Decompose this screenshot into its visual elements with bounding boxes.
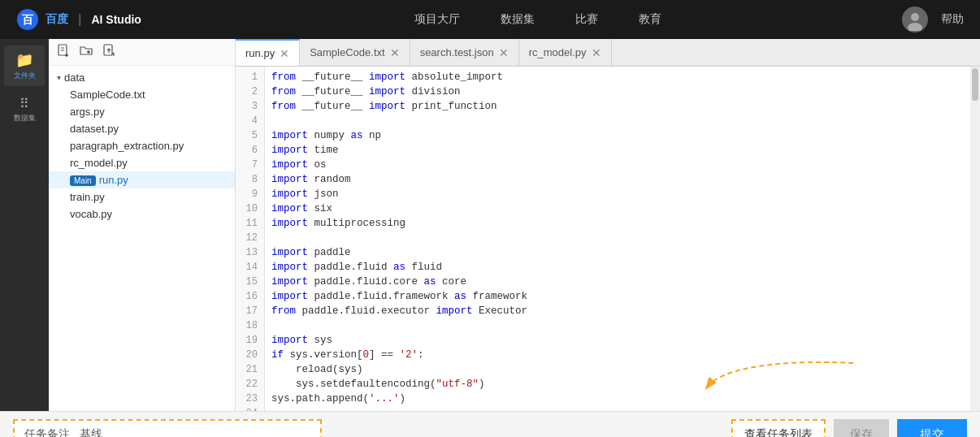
tab-run-py[interactable]: run.py ✕: [236, 39, 300, 66]
nav-right: 帮助: [902, 6, 964, 32]
list-item[interactable]: SampleCode.txt: [49, 86, 235, 103]
view-tasks-label: 查看任务列表: [744, 427, 813, 437]
submit-button[interactable]: 提交: [897, 419, 967, 437]
avatar[interactable]: [902, 6, 928, 32]
scrollbar[interactable]: [970, 67, 980, 411]
scroll-thumb: [972, 68, 978, 101]
action-row: 任务备注 基线 查看任务列表 保存 提交: [0, 412, 980, 437]
folder-icon: 📁: [15, 51, 33, 69]
tab-samplecode[interactable]: SampleCode.txt ✕: [300, 39, 410, 66]
sidebar-label-files: 文件夹: [14, 71, 36, 81]
bottom-action-bar: 任务备注 基线 查看任务列表 保存 提交: [0, 411, 980, 437]
sidebar: 📁 文件夹 ⠿ 数据集: [0, 39, 49, 411]
code-content: 12345 678910 1112131415 1617181920 21222…: [236, 67, 980, 411]
close-icon[interactable]: ✕: [592, 47, 601, 58]
sidebar-item-datasets[interactable]: ⠿ 数据集: [4, 89, 45, 130]
tab-label: rc_model.py: [529, 46, 587, 58]
list-item[interactable]: args.py: [49, 103, 235, 120]
tab-label: SampleCode.txt: [310, 46, 385, 58]
baseline-input[interactable]: [102, 428, 310, 437]
save-button[interactable]: 保存: [834, 419, 889, 437]
list-item[interactable]: paragraph_extraction.py: [49, 137, 235, 154]
list-item[interactable]: vocab.py: [49, 206, 235, 223]
line-numbers: 12345 678910 1112131415 1617181920 21222…: [236, 67, 265, 411]
task-note-area: 任务备注 基线: [13, 419, 322, 437]
main-badge: Main: [70, 175, 96, 186]
baidu-logo-icon: 百: [16, 8, 39, 31]
nav-help[interactable]: 帮助: [941, 12, 964, 27]
list-item[interactable]: rc_model.py: [49, 154, 235, 171]
logo-baidu-text: 百度: [46, 12, 68, 27]
close-icon[interactable]: ✕: [499, 47, 509, 58]
nav-logo: 百 百度 | AI Studio: [16, 8, 141, 31]
new-folder-icon[interactable]: [80, 44, 93, 60]
tab-label: run.py: [245, 47, 275, 59]
folder-data[interactable]: ▾ data: [49, 69, 235, 86]
new-file-icon[interactable]: [57, 44, 70, 60]
sidebar-label-datasets: 数据集: [14, 113, 36, 123]
file-tree: ▾ data SampleCode.txt args.py dataset.py…: [49, 66, 235, 411]
code-editor[interactable]: from __future__ import absolute_import f…: [265, 67, 970, 411]
list-item-active[interactable]: Mainrun.py: [49, 171, 235, 188]
top-nav: 百 百度 | AI Studio 项目大厅 数据集 比赛 教育 帮助: [0, 0, 980, 39]
nav-link-education[interactable]: 教育: [639, 12, 661, 27]
tab-rc-model[interactable]: rc_model.py ✕: [519, 39, 612, 66]
svg-text:百: 百: [22, 13, 34, 26]
tab-bar: run.py ✕ SampleCode.txt ✕ search.test.js…: [236, 39, 980, 67]
active-file-name: run.py: [99, 174, 128, 186]
avatar-icon: [904, 8, 926, 31]
logo-brand-text: AI Studio: [91, 13, 141, 26]
file-explorer: ▾ data SampleCode.txt args.py dataset.py…: [49, 39, 236, 411]
file-explorer-header: [49, 39, 235, 66]
baseline-label: 基线: [80, 427, 102, 437]
svg-point-3: [911, 13, 919, 21]
nav-link-datasets[interactable]: 数据集: [501, 12, 535, 27]
list-item[interactable]: train.py: [49, 188, 235, 206]
editor-area: run.py ✕ SampleCode.txt ✕ search.test.js…: [236, 39, 980, 411]
task-note-label: 任务备注: [24, 427, 70, 437]
view-tasks-button[interactable]: 查看任务列表: [731, 419, 826, 437]
nav-link-competition[interactable]: 比赛: [575, 12, 598, 27]
close-icon[interactable]: ✕: [280, 48, 289, 59]
grid-icon: ⠿: [20, 96, 29, 111]
list-item[interactable]: dataset.py: [49, 120, 235, 137]
tab-label: search.test.json: [420, 46, 494, 58]
upload-icon[interactable]: [102, 44, 115, 60]
chevron-down-icon: ▾: [57, 73, 61, 82]
logo-divider: |: [78, 12, 81, 27]
close-icon[interactable]: ✕: [390, 47, 400, 58]
folder-name: data: [64, 71, 85, 84]
tab-search-test[interactable]: search.test.json ✕: [410, 39, 519, 66]
nav-link-projects[interactable]: 项目大厅: [414, 12, 460, 27]
nav-links: 项目大厅 数据集 比赛 教育: [174, 12, 902, 27]
sidebar-item-files[interactable]: 📁 文件夹: [4, 45, 45, 86]
